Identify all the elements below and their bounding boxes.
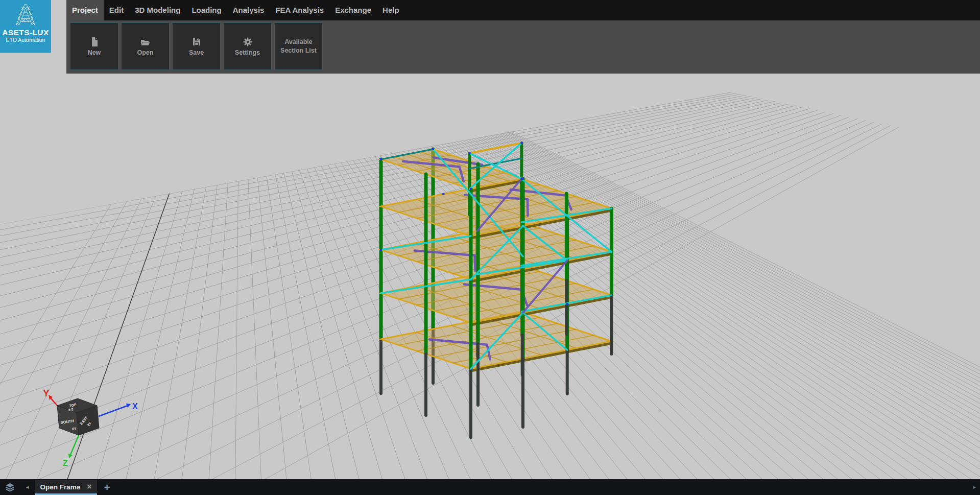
application-window: ASETS-LUX ETO Automation ProjectEdit3D M… [0,0,980,495]
ribbon-button-group: NewOpenSaveSettingsAvailable Section Lis… [66,20,980,70]
available-section-list-button[interactable]: Available Section List [274,22,323,70]
menu-item-project[interactable]: Project [66,0,104,20]
viewport-3d[interactable]: TOPX-ZEASTZYSOUTHXYYXZ [0,74,980,479]
app-logo: ASETS-LUX ETO Automation [0,0,51,53]
open-folder-icon [139,35,152,49]
layers-icon[interactable] [5,483,15,491]
tab-scroll-right-icon[interactable]: ▸ [973,484,976,490]
menu-item-edit[interactable]: Edit [104,0,129,20]
menu-item-loading[interactable]: Loading [186,0,227,20]
axis-label-z: Z [63,459,68,467]
svg-text:XY: XY [71,427,77,431]
tab-close-icon[interactable]: × [87,483,91,491]
new-button[interactable]: New [70,22,118,70]
model-tab-bar: ◂ Open Frame × + ▸ [0,479,980,495]
app-title: ASETS-LUX [0,28,51,37]
menu-item-fea-analysis[interactable]: FEA Analysis [270,0,329,20]
ribbon-button-label: Save [187,49,206,57]
ribbon-button-label: Open [135,49,156,57]
settings-button[interactable]: Settings [223,22,272,70]
ribbon-button-label: Available Section List [275,38,322,55]
tab-label: Open Frame [40,483,81,491]
menu-item-exchange[interactable]: Exchange [329,0,377,20]
lattice-tower-icon [12,2,39,28]
tab-open-frame[interactable]: Open Frame × [35,480,97,495]
menu-item-analysis[interactable]: Analysis [227,0,270,20]
nav-cube[interactable]: TOPX-ZEASTZYSOUTHXYYXZ [43,389,138,467]
save-floppy-icon [191,35,202,49]
add-tab-icon[interactable]: + [104,482,110,492]
ribbon-toolbar: NewOpenSaveSettingsAvailable Section Lis… [66,20,980,74]
open-button[interactable]: Open [121,22,170,70]
ribbon-button-label: Settings [233,49,262,57]
new-document-icon [89,35,100,49]
menu-item-help[interactable]: Help [377,0,405,20]
structure-model [380,142,611,437]
ribbon-button-label: New [86,49,103,57]
axis-label-x: X [132,402,138,411]
save-button[interactable]: Save [172,22,221,70]
menu-bar: ProjectEdit3D ModelingLoadingAnalysisFEA… [66,0,980,20]
settings-gear-icon [242,35,253,49]
app-tagline: ETO Automation [0,37,51,43]
axis-label-y: Y [43,389,49,398]
menu-item-3d-modeling[interactable]: 3D Modeling [129,0,186,20]
tab-scroll-left-icon[interactable]: ◂ [26,484,29,490]
